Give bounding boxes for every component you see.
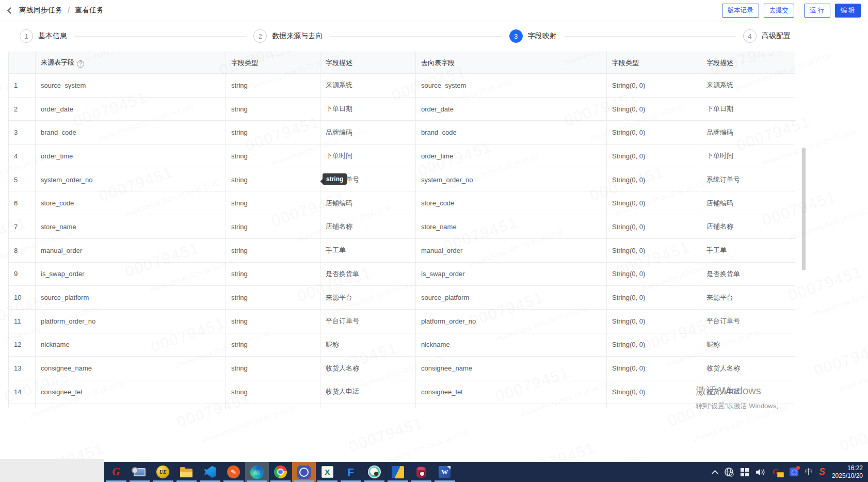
source-type-cell: string — [226, 238, 320, 262]
ime-chinese-indicator[interactable]: 中 — [805, 468, 812, 477]
tooltip-text: string — [326, 175, 343, 183]
submit-button[interactable]: 去提交 — [764, 4, 795, 18]
sunlogin-mail-tray-icon[interactable]: G — [773, 467, 783, 477]
taskbar-left-panel[interactable] — [0, 459, 104, 482]
source-type-cell: string — [226, 74, 320, 98]
source-desc-cell: 下单日期 — [320, 97, 416, 121]
database-tool-icon — [416, 467, 426, 478]
tooltip: string — [323, 173, 347, 185]
source-field-header-label: 来源表字段 — [41, 58, 74, 66]
volume-icon[interactable] — [756, 468, 766, 477]
database-tool-app[interactable] — [410, 462, 433, 482]
step-advanced-config[interactable]: 4 高级配置 — [743, 29, 791, 43]
source-field-cell: consignee_tel — [36, 380, 226, 404]
source-field-cell: brand_code — [36, 121, 226, 144]
edge-app[interactable] — [245, 462, 269, 482]
target-desc-cell: 收货人电话 — [701, 380, 795, 404]
target-type-cell: String(0, 0) — [607, 168, 701, 191]
clock-time: 16:22 — [832, 464, 863, 472]
header-actions: 版本记录 去提交 运 行 编 辑 — [722, 4, 861, 18]
pen-app-app[interactable]: ✎ — [222, 462, 246, 482]
row-index-cell: 10 — [9, 286, 36, 310]
target-field-cell: source_system — [416, 74, 607, 98]
dbeaver-app[interactable] — [363, 462, 387, 482]
step-1-circle: 1 — [20, 29, 33, 43]
target-type-cell: String(0, 0) — [607, 74, 701, 98]
help-icon[interactable]: ? — [77, 60, 84, 68]
target-field-cell: platform_order_no — [416, 309, 607, 333]
sogou-input-icon[interactable]: S — [819, 467, 825, 477]
source-type-cell: string — [226, 191, 320, 215]
feishu-app[interactable]: F — [339, 462, 363, 482]
kettle-app[interactable] — [386, 462, 410, 482]
ultraedit-app[interactable]: UE — [151, 462, 175, 482]
table-row: 10 source_platform string 来源平台 source_pl… — [9, 286, 795, 310]
file-explorer-app[interactable] — [175, 462, 199, 482]
step-basic-info[interactable]: 1 基本信息 — [20, 29, 67, 43]
source-field-cell: platform_order_no — [36, 309, 226, 333]
row-index-cell: 3 — [9, 121, 36, 144]
breadcrumb-item-offline-sync-tasks[interactable]: 离线同步任务 — [19, 6, 62, 15]
table-row: 12 nickname string 昵称 nickname String(0,… — [9, 333, 795, 357]
edit-button[interactable]: 编 辑 — [835, 4, 861, 18]
taskbar-apps: GUE✎XFW — [104, 462, 457, 482]
target-desc-cell: 店铺名称 — [701, 215, 795, 239]
excel-app[interactable]: X — [316, 462, 340, 482]
step-3-label: 字段映射 — [528, 31, 557, 41]
source-desc-cell: 手工单 — [320, 238, 416, 262]
source-type-header: 字段类型 — [226, 52, 320, 74]
step-source-target[interactable]: 2 数据来源与去向 — [253, 29, 323, 43]
target-type-cell: String(0, 0) — [607, 262, 701, 286]
system-tool-icon — [134, 468, 146, 476]
edge-icon — [250, 465, 264, 479]
page-scrollbar-thumb[interactable] — [802, 148, 806, 270]
dingtalk-app[interactable] — [292, 462, 316, 482]
clock-date: 2025/10/20 — [832, 472, 863, 480]
target-type-cell: String(0, 0) — [607, 121, 701, 144]
target-type-cell: String(0, 0) — [607, 97, 701, 121]
step-field-mapping[interactable]: 3 字段映射 — [509, 29, 557, 43]
target-desc-cell: 昵称 — [701, 333, 795, 357]
ultraedit-icon-glyph: UE — [159, 469, 167, 475]
network-globe-icon[interactable] — [724, 467, 734, 477]
table-row-partial — [9, 404, 795, 408]
step-4-circle: 4 — [743, 29, 757, 43]
source-type-cell: string — [226, 215, 320, 239]
step-2-label: 数据来源与去向 — [272, 31, 323, 41]
watermark-tile: 00079451zhujianzhong 2025-10-20 16:22:00 — [786, 237, 868, 361]
source-desc-cell: 平台订单号 — [320, 309, 416, 333]
target-type-cell: String(0, 0) — [607, 238, 701, 262]
dbeaver-icon — [368, 465, 381, 478]
system-tool-app[interactable] — [128, 462, 152, 482]
target-type-header: 字段类型 — [607, 52, 701, 74]
table-row: 7 store_name string 店铺名称 store_name Stri… — [9, 215, 795, 239]
vscode-app[interactable] — [198, 462, 222, 482]
row-index-cell: 7 — [9, 215, 36, 239]
word-app[interactable]: W — [433, 462, 457, 482]
back-icon[interactable] — [7, 7, 14, 14]
target-field-cell: nickname — [416, 333, 607, 357]
source-field-cell: store_name — [36, 215, 226, 239]
target-field-cell: consignee_tel — [416, 380, 607, 404]
target-desc-cell: 收货人名称 — [701, 357, 795, 380]
feishu-icon: F — [347, 466, 354, 478]
row-index-cell: 12 — [9, 333, 36, 357]
table-row: 3 brand_code string 品牌编码 brand_code Stri… — [9, 121, 795, 144]
target-field-header: 去向表字段 — [416, 52, 607, 74]
row-index-cell: 13 — [9, 357, 36, 380]
source-type-cell: string — [226, 286, 320, 310]
target-field-cell: manual_order — [416, 238, 607, 262]
task-view-icon[interactable] — [741, 468, 749, 476]
run-button[interactable]: 运 行 — [804, 4, 830, 18]
tray-expand-icon[interactable] — [712, 470, 718, 477]
app-window: 00079451zhujianzhong 2025-10-20 16:22:00… — [0, 0, 868, 482]
index-header — [9, 52, 36, 74]
step-connector — [74, 36, 246, 37]
source-field-cell: consignee_name — [36, 357, 226, 380]
version-history-button[interactable]: 版本记录 — [722, 4, 759, 18]
sunlogin-app[interactable]: G — [104, 462, 128, 482]
taskbar-clock[interactable]: 16:22 2025/10/20 — [832, 464, 863, 480]
dingtalk-tray-icon[interactable] — [790, 468, 798, 476]
chrome-app[interactable] — [269, 462, 293, 482]
pen-app-icon-glyph: ✎ — [230, 468, 237, 476]
